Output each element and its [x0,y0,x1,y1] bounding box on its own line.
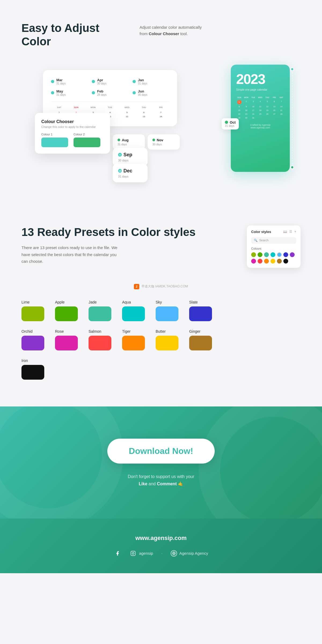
list-icon[interactable]: ☰ [289,230,292,234]
swatch-sky[interactable] [156,306,178,321]
book-icon[interactable]: 📖 [283,230,287,234]
colour1-swatch[interactable] [41,138,68,147]
presets-layout: 13 Ready Presets in Color styles There a… [21,225,301,268]
month-days-jan: 31 days [138,82,147,85]
cal-h-fri: FRI [271,97,277,98]
cal-cell: 12 [119,115,135,118]
month-may: May 31 days [51,89,87,96]
watermark-z-icon: Z [134,284,139,289]
sep-dot: 9 [118,153,122,157]
dot-tiger[interactable] [264,259,269,264]
watermark-text: 早道大咖 IAMDK.TAOBAO.COM [141,284,188,289]
cal-cell-13: 13 [271,105,277,108]
dec-dot-name: 12 Dec [118,168,142,174]
month-jan: Jan 31 days [133,78,169,85]
panel-header: Color styles 📖 ☰ + [251,230,296,234]
cal-cell: 14 [153,115,169,118]
dot-rose[interactable] [251,259,256,264]
colors-grid: Lime Apple Jade Aqua Sky Slate Orchid R [21,300,209,380]
download-button[interactable]: Download Now! [107,439,215,464]
cal-cell-1: 1 [237,100,241,104]
cal-cell-18: 18 [257,109,263,112]
color-name-butter: Butter [156,329,178,334]
swatch-rose[interactable] [55,336,78,350]
color-item-aqua: Aqua [122,300,145,321]
month-apr: Apr 30 days [92,78,128,85]
dot-butter[interactable] [270,259,275,264]
cal-header-thu: THU [136,106,152,109]
month-dot-jan [133,80,136,83]
color-styles-panel: Color styles 📖 ☰ + 🔍 Search Colours [247,225,301,268]
month-name-apr: Apr [97,78,107,82]
swatch-tiger[interactable] [122,336,145,350]
cal-cell: 13 [136,115,152,118]
swatch-butter[interactable] [156,336,178,350]
month-card-sep: 9 Sep 30 days [113,148,148,166]
month-dot-feb [92,91,95,94]
cal-cell-16: 16 [243,109,249,112]
color-item-slate: Slate [189,300,212,321]
dot-salmon[interactable] [258,259,262,264]
cal-cell-3: 3 [250,100,256,104]
nov-name: Nov [157,138,163,142]
swatch-salmon[interactable] [89,336,111,350]
color-item-sky: Sky [156,300,178,321]
swatch-aqua[interactable] [122,306,145,321]
nov-dot [152,139,155,141]
month-name-jun: Jun [138,89,147,93]
month-feb: Feb 28 days [92,89,128,96]
swatch-slate[interactable] [189,306,212,321]
color-name-slate: Slate [189,300,212,304]
dot-jade[interactable] [264,252,269,257]
cal-header-sun: SUN [68,106,84,109]
cal-cell-12: 12 [264,105,270,108]
cal-cell: 5 [119,111,135,114]
nov-days: 30 days [152,143,175,146]
cal-2023-footer: Crafted by Agensip www.agensip.com [236,124,284,129]
dot-orchid[interactable] [290,252,295,257]
cal-header-wed: WED [119,106,135,109]
swatch-apple[interactable] [55,306,78,321]
watermark: Z 早道大咖 IAMDK.TAOBAO.COM [21,284,301,289]
social-agency[interactable]: Agensip Agency [171,550,208,557]
aug-days: 31 days [118,143,140,146]
social-facebook[interactable] [114,550,121,557]
dot-slate[interactable] [283,252,288,257]
cal-cell-8: 8 [236,105,242,108]
calendar-2023: 2023 Simple one page calendar SUN MON TU… [231,65,290,172]
crafted-by: Crafted by Agensip [236,124,284,126]
cal-2023-header-row: SUN MON TUE WED THU FRI SAT [236,97,284,98]
cal-cell-28: 28 [278,113,284,116]
social1-name: agensip [139,551,153,556]
sep-name: Sep [123,152,132,158]
comment-label: Comment [157,482,177,486]
color-name-tiger: Tiger [122,329,145,334]
month-jun: Jun 30 days [133,89,169,96]
add-icon[interactable]: + [294,230,296,234]
dot-apple[interactable] [258,252,262,257]
search-bar[interactable]: 🔍 Search [251,237,296,244]
month-dot-mar [51,80,54,83]
cal-cell-15: 15 [236,109,242,112]
dot-ginger[interactable] [277,259,282,264]
swatch-lime[interactable] [21,306,44,321]
dot-iron[interactable] [283,259,288,264]
adjust-desc-bold: Colour Chooser [149,31,179,36]
swatch-iron[interactable] [21,365,44,380]
colour2-swatch[interactable] [74,138,100,147]
social-instagram[interactable]: agensip [129,550,153,557]
cal-header: SAT SUN MON TUE WED THU FRI [51,106,169,109]
dot-aqua[interactable] [270,252,275,257]
swatch-ginger[interactable] [189,336,212,350]
adjust-description: Adjust calendar color automatically from… [140,21,209,37]
dot-sky[interactable] [277,252,282,257]
swatch-jade[interactable] [89,306,111,321]
aug-dot-name: Aug [118,138,140,142]
cal-cell-24: 24 [250,113,256,116]
adjust-desc-end: tool. [179,31,188,36]
dot-lime[interactable] [251,252,256,257]
colour-chooser-panel: Colour Chooser Change this color to appl… [35,113,110,154]
color-item-jade: Jade [89,300,111,321]
swatch-orchid[interactable] [21,336,44,350]
color-item-ginger: Ginger [189,329,212,350]
